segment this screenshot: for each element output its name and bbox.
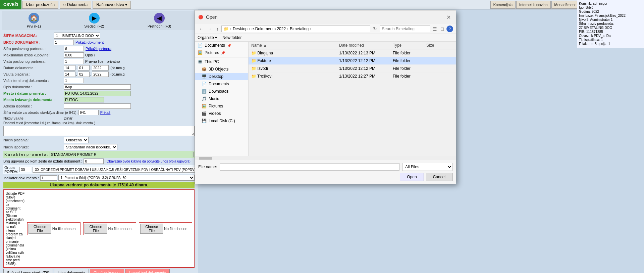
komercijala-button[interactable]: Komercijala — [490, 1, 516, 9]
edokumenta-button[interactable]: e-Dokumenta — [60, 1, 91, 9]
sifra-magacina-select[interactable]: 1 = BIMETALING DOO — [54, 33, 100, 39]
indikator-input[interactable] — [40, 175, 57, 181]
prikazi-partnera-link[interactable]: Prikaži partnera — [86, 47, 111, 51]
sidebar-item-documents-pinned[interactable]: 📄 Documents 📌 — [195, 42, 248, 49]
left-panel: 🏠 Prvi (F1) ▶ Sledeći (F2) ◀ Prethodni (… — [0, 9, 198, 273]
indikator-select[interactable]: 1=Promet u Srbiji (POPDV=3.2) GRUPA=30 — [58, 175, 195, 181]
grupa-popdv-select[interactable]: 30=OPOREZIVI PROMET DOBARA I USLUGA KOJI… — [33, 167, 198, 173]
breadcrumb-desktop[interactable]: Desktop — [233, 27, 248, 31]
pdf-text: Učitajte PDF fajlove (attachment) uz dok… — [6, 192, 24, 266]
breadcrumb-bimetaling[interactable]: Bimetaling — [290, 27, 309, 31]
sidebar-item-3d-objects[interactable]: 📦 3D Objects — [195, 65, 248, 73]
dialog-close-button[interactable]: ✕ — [444, 13, 452, 21]
datum-yyyy-input[interactable] — [92, 65, 109, 71]
file-item-blagajna[interactable]: 📁 Blagajna 1/13/2022 12:13 PM File folde… — [249, 49, 456, 57]
sidebar-item-desktop[interactable]: 🖥️ Desktop — [195, 73, 248, 80]
vrsta-input[interactable] — [64, 59, 84, 64]
adresa-input[interactable] — [64, 103, 131, 109]
osvezi-button[interactable]: OSVEŽI — [0, 0, 21, 9]
obavezno-link[interactable]: (Obavezno ovde kliknite da potvrdite uno… — [105, 160, 190, 163]
3d-objects-icon: 📦 — [202, 67, 207, 72]
sidebar-item-pictures[interactable]: 🖼️ Pictures — [195, 102, 248, 110]
help-button[interactable]: ? — [446, 26, 453, 32]
back-button[interactable]: ← — [198, 26, 205, 32]
scrollbar-area — [195, 156, 456, 160]
obrisi-button[interactable]: Obriši dokument — [90, 269, 124, 273]
filename-label: File name: — [198, 165, 217, 169]
col-name[interactable]: Name ▲ — [251, 43, 339, 48]
izbor-preduzeca-button[interactable]: Izbor preduzeća — [22, 1, 58, 9]
vas-interni-input[interactable] — [64, 78, 84, 83]
refresh-button[interactable]: ↻ — [372, 26, 378, 32]
preview-button[interactable]: □ — [440, 26, 445, 32]
up-button[interactable]: ↑ — [215, 26, 220, 32]
sacuvaj-button[interactable]: Sačuvaj i unos stavki (F9) — [3, 269, 53, 273]
karakter-label: K a r a k t e r p r o m e t a : — [4, 152, 48, 156]
cancel-button[interactable]: Cancel — [426, 173, 452, 181]
valuta-dd-input[interactable] — [64, 72, 75, 77]
prvi-button[interactable]: 🏠 Prvi (F1) — [27, 13, 41, 28]
prikazi-link[interactable]: Prikaž — [100, 110, 111, 115]
filename-row: File name: All Files — [198, 163, 452, 171]
grupa-popdv-input[interactable] — [19, 167, 31, 172]
broj-ugovora-input[interactable] — [84, 158, 104, 164]
sidebar-item-pictures-pinned[interactable]: 🖼️ Pictures 📌 — [195, 49, 248, 56]
file-item-izvodi[interactable]: 📁 Izvodi 1/13/2022 12:12 PM File folder — [249, 65, 456, 73]
choose-file-2-button[interactable]: Choose File — [85, 224, 107, 234]
opis-input[interactable] — [64, 84, 131, 90]
col-date[interactable]: Date modified — [339, 43, 393, 48]
open-button[interactable]: Open — [400, 173, 424, 181]
no-file-2-text: No file chosen — [108, 227, 135, 231]
dialog-main: Name ▲ Date modified Type Size 📁 Blagajn… — [249, 42, 456, 156]
datum-dd-input[interactable] — [64, 65, 75, 71]
search-input[interactable] — [380, 26, 430, 32]
sidebar-item-documents[interactable]: 📄 Documents — [195, 80, 248, 88]
breadcrumb-arrow3: › — [287, 27, 288, 31]
sidebar-item-videos[interactable]: 🎬 Videos — [195, 110, 248, 117]
internet-button[interactable]: Internet kupovina — [516, 1, 550, 9]
filename-input[interactable] — [220, 163, 399, 171]
nacin-placanja-select[interactable]: Odloženo — [64, 137, 89, 143]
racunovodstvo-button[interactable]: Računovodstvo ▾ — [93, 1, 131, 9]
mesto-izdavanja-input[interactable] — [64, 97, 104, 102]
prikazi-dokument-link[interactable]: Prikaži dokument — [75, 40, 104, 44]
sifra-partnera-input[interactable] — [64, 46, 84, 51]
valuta-yyyy-input[interactable] — [92, 72, 109, 77]
sledeci-button[interactable]: ▶ Sledeći (F2) — [84, 13, 104, 28]
max-iznos-input[interactable] — [64, 52, 84, 58]
valuta-mm-input[interactable] — [78, 72, 90, 77]
dodatni-tekst-input[interactable] — [3, 126, 195, 136]
choose-file-3-button[interactable]: Choose File — [140, 224, 163, 234]
menadzment-button[interactable]: Menadžment — [551, 1, 579, 9]
new-folder-button[interactable]: New folder — [222, 35, 241, 40]
sidebar-item-downloads[interactable]: ⬇️ Downloads — [195, 88, 248, 95]
col-size[interactable]: Size — [426, 43, 453, 48]
forward-button[interactable]: → — [206, 26, 214, 32]
sifra-valute-input[interactable] — [78, 110, 99, 115]
breadcrumb-edokumenta[interactable]: e-Dokumenta 2022 — [252, 27, 286, 31]
organize-button[interactable]: Organize ▾ — [198, 35, 217, 40]
ukupna-bar: Ukupna vrednost po dokumentu je 17510.40… — [3, 182, 195, 188]
karakter-input[interactable] — [50, 152, 194, 157]
max-iznos-label: Maksimalan iznos kupovine : — [3, 53, 64, 57]
izbor-dokumenta-button[interactable]: Izbor dokumenta — [54, 269, 89, 273]
nacin-isporuke-select[interactable]: Standardan način isporuke. — [64, 144, 117, 150]
this-pc-icon: 💻 — [198, 59, 203, 64]
izmeni-button[interactable]: Izmeni broj dokumenta — [125, 269, 170, 273]
filetype-select[interactable]: All Files — [402, 163, 452, 171]
prethodni-button[interactable]: ◀ Prethodni (F3) — [148, 13, 171, 28]
sidebar-item-this-pc[interactable]: 💻 This PC — [195, 58, 248, 65]
broj-dokumenta-input[interactable] — [54, 40, 74, 45]
sidebar-item-music[interactable]: 🎵 Music — [195, 95, 248, 102]
view-options-button[interactable]: ☰ — [431, 26, 438, 32]
dialog-footer: File name: All Files Open Cancel — [195, 160, 456, 184]
choose-file-1-button[interactable]: Choose File — [29, 224, 51, 234]
file-item-troskovi[interactable]: 📁 Troškovi 1/13/2022 12:27 PM File folde… — [249, 73, 456, 80]
sidebar-item-local-disk[interactable]: 💾 Local Disk (C:) — [195, 117, 248, 125]
datum-mm-input[interactable] — [78, 65, 90, 71]
scrollbar-thumb[interactable] — [199, 157, 212, 160]
mesto-input[interactable] — [64, 91, 131, 96]
col-type[interactable]: Type — [393, 43, 426, 48]
file-item-fakture[interactable]: 📁 Fakture 1/13/2022 12:12 PM File folder — [249, 57, 456, 65]
sifra-valute-row: Šifra valute za obradu stavki(za dinar j… — [3, 110, 195, 115]
